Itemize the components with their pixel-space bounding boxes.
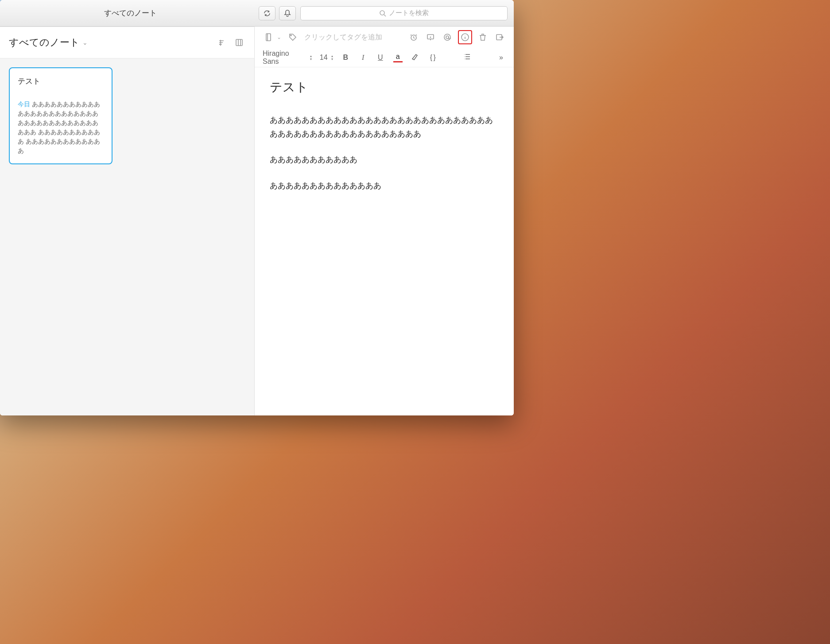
stepper-icon: ▴▾: [310, 54, 312, 61]
list-icon: [463, 53, 471, 61]
info-button[interactable]: [458, 30, 472, 44]
chevron-down-icon: ⌄: [82, 39, 88, 46]
delete-button[interactable]: [477, 31, 489, 43]
sort-button[interactable]: [216, 36, 229, 49]
share-button[interactable]: [493, 31, 506, 43]
note-card[interactable]: テスト 今日 あああああああああああああああああああああああああああああああああ…: [9, 67, 112, 164]
stepper-icon: ▴▾: [331, 54, 333, 61]
chevron-right-icon: »: [499, 54, 503, 61]
italic-button[interactable]: I: [358, 54, 368, 62]
font-size-select[interactable]: 14 ▴▾: [320, 54, 333, 62]
more-formatting-button[interactable]: »: [496, 54, 506, 62]
present-button[interactable]: [424, 31, 437, 43]
highlight-button[interactable]: [411, 53, 420, 62]
presentation-icon: [426, 33, 435, 42]
search-input[interactable]: ノートを検索: [300, 6, 508, 20]
note-preview-text: ああああああああああああああああああああああああああああああああああああああああ…: [18, 101, 100, 154]
bell-icon: [283, 9, 292, 18]
trash-icon: [478, 33, 487, 42]
svg-point-7: [446, 36, 449, 39]
editor-meta-toolbar: ⌄ クリックしてタグを追加: [255, 27, 514, 48]
code-block-button[interactable]: { }: [428, 54, 437, 62]
info-icon: [461, 33, 469, 42]
notebook-title: すべてのノート: [9, 36, 80, 49]
format-toolbar: Hiragino Sans ▴▾ 14 ▴▾ B I U a { }: [255, 48, 514, 67]
svg-point-3: [291, 35, 291, 36]
content-area: すべてのノート ⌄ テスト 今日 ああああああああ: [0, 27, 514, 415]
grid-icon: [235, 38, 244, 47]
sync-icon: [263, 9, 271, 18]
notifications-button[interactable]: [279, 6, 296, 20]
note-title[interactable]: テスト: [270, 79, 499, 96]
search-icon: [379, 10, 386, 17]
svg-point-6: [444, 34, 450, 40]
highlighter-icon: [411, 53, 419, 61]
at-icon: [443, 33, 452, 42]
window-title: すべてのノート: [6, 8, 254, 18]
titlebar: すべてのノート ノートを検索: [0, 0, 514, 27]
clock-icon: [409, 33, 418, 42]
font-family-value: Hiragino Sans: [263, 50, 306, 66]
paragraph[interactable]: ああああああああああああああ: [270, 179, 499, 193]
note-card-title: テスト: [18, 76, 104, 86]
notebook-picker-button[interactable]: [263, 31, 275, 43]
text-color-button[interactable]: a: [393, 53, 403, 62]
paragraph[interactable]: ああああああああああああああああああああああああああああああああああああああああ…: [270, 113, 499, 140]
sort-icon: [218, 38, 227, 47]
tag-input[interactable]: クリックしてタグを追加: [304, 33, 402, 42]
svg-rect-1: [236, 39, 242, 46]
underline-button[interactable]: U: [376, 54, 385, 62]
share-icon: [495, 33, 504, 42]
app-window: すべてのノート ノートを検索 すべてのノート ⌄: [0, 0, 514, 415]
editor-pane: ⌄ クリックしてタグを追加: [255, 27, 514, 415]
view-toggle-button[interactable]: [233, 36, 245, 49]
search-placeholder: ノートを検索: [389, 9, 429, 17]
editor-body[interactable]: テスト ああああああああああああああああああああああああああああああああああああ…: [255, 67, 514, 415]
sidebar-header: すべてのノート ⌄: [0, 27, 254, 58]
note-card-preview: 今日 あああああああああああああああああああああああああああああああああああああ…: [18, 100, 104, 155]
reminder-button[interactable]: [407, 31, 420, 43]
list-button[interactable]: [462, 53, 471, 62]
note-date-label: 今日: [18, 101, 30, 108]
font-family-select[interactable]: Hiragino Sans ▴▾: [263, 50, 312, 66]
note-list: テスト 今日 あああああああああああああああああああああああああああああああああ…: [0, 58, 254, 415]
note-content[interactable]: ああああああああああああああああああああああああああああああああああああああああ…: [270, 113, 499, 192]
tag-icon: [288, 33, 297, 42]
notebook-selector[interactable]: すべてのノート ⌄: [9, 36, 88, 49]
paragraph[interactable]: あああああああああああ: [270, 153, 499, 167]
chevron-down-icon: ⌄: [277, 34, 281, 40]
svg-point-0: [380, 11, 384, 15]
note-list-panel: すべてのノート ⌄ テスト 今日 ああああああああ: [0, 27, 255, 415]
notebook-icon: [264, 33, 273, 42]
font-size-value: 14: [320, 54, 328, 62]
svg-rect-2: [266, 34, 271, 41]
bold-button[interactable]: B: [341, 54, 350, 62]
sync-button[interactable]: [259, 6, 275, 20]
annotate-button[interactable]: [441, 31, 454, 43]
tag-button[interactable]: [287, 31, 299, 43]
